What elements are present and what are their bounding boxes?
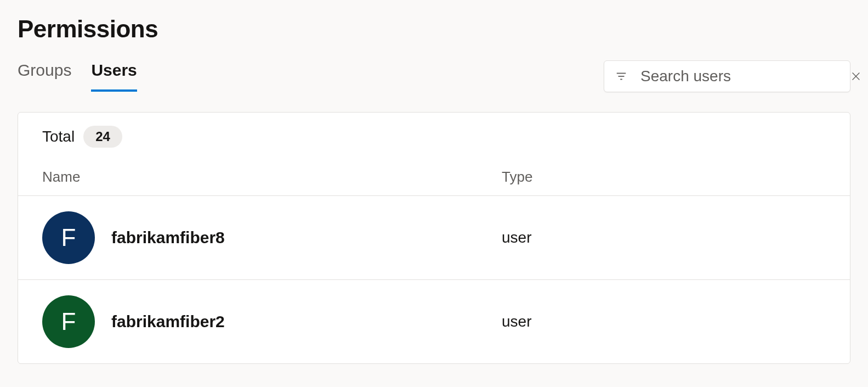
tab-users[interactable]: Users bbox=[91, 61, 137, 92]
column-header-name[interactable]: Name bbox=[42, 169, 502, 186]
search-box[interactable] bbox=[604, 60, 850, 92]
total-label: Total bbox=[42, 128, 75, 145]
column-headers: Name Type bbox=[18, 161, 850, 196]
user-name: fabrikamfiber8 bbox=[111, 228, 225, 247]
users-card: Total 24 Name Type Ffabrikamfiber8userFf… bbox=[18, 112, 850, 364]
user-name: fabrikamfiber2 bbox=[111, 312, 225, 331]
avatar: F bbox=[42, 295, 95, 348]
user-row[interactable]: Ffabrikamfiber8user bbox=[18, 196, 850, 280]
user-type: user bbox=[502, 313, 531, 330]
avatar: F bbox=[42, 211, 95, 264]
user-rows: Ffabrikamfiber8userFfabrikamfiber2user bbox=[18, 196, 850, 363]
user-name-cell: Ffabrikamfiber2 bbox=[42, 295, 502, 348]
total-row: Total 24 bbox=[18, 113, 850, 161]
search-input[interactable] bbox=[640, 68, 837, 85]
column-header-type[interactable]: Type bbox=[502, 169, 826, 186]
user-name-cell: Ffabrikamfiber8 bbox=[42, 211, 502, 264]
close-icon[interactable] bbox=[850, 70, 862, 82]
tab-groups[interactable]: Groups bbox=[18, 61, 71, 92]
total-count-badge: 24 bbox=[83, 126, 122, 148]
tabs: Groups Users bbox=[18, 61, 137, 92]
page-title: Permissions bbox=[18, 15, 850, 43]
filter-icon bbox=[615, 70, 627, 82]
header-row: Groups Users bbox=[18, 60, 850, 92]
user-type: user bbox=[502, 229, 531, 246]
user-row[interactable]: Ffabrikamfiber2user bbox=[18, 280, 850, 363]
